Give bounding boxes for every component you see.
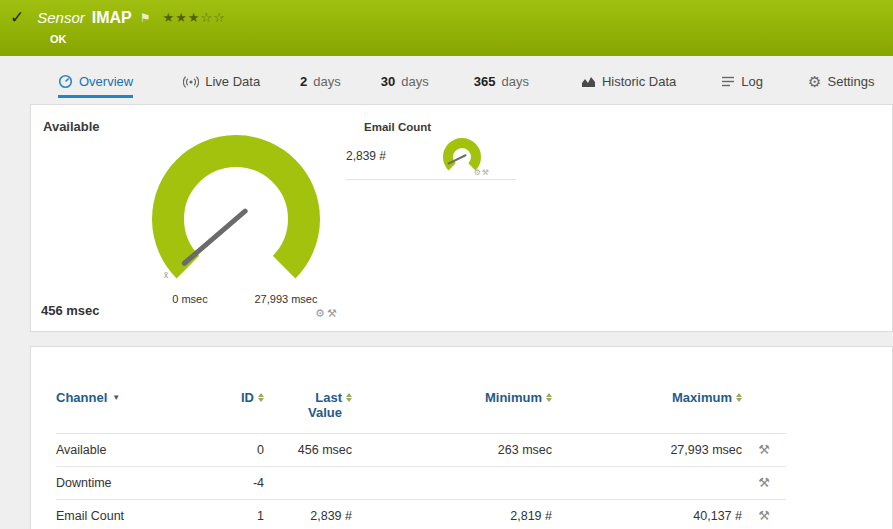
tab-log[interactable]: Log (721, 68, 763, 98)
sort-icon[interactable] (346, 393, 352, 402)
column-header-maximum[interactable]: Maximum (552, 387, 742, 433)
channel-last-value: 456 msec (264, 433, 352, 466)
priority-stars[interactable]: ★★★☆☆ (163, 10, 226, 25)
channel-id: 1 (216, 499, 264, 529)
status-ok-check-icon: ✓ (10, 7, 24, 28)
tab-30-days[interactable]: 30days (381, 68, 429, 98)
available-gauge: x̄ 0 msec 27,993 msec (126, 119, 346, 311)
channel-minimum: 263 msec (352, 433, 552, 466)
tab-365-days[interactable]: 365days (474, 68, 529, 98)
column-header-channel[interactable]: Channel▼ (56, 387, 216, 433)
table-row: Downtime -4 ⚒ (56, 466, 786, 499)
sort-icon[interactable] (546, 393, 552, 402)
gauge-min-label: 0 msec (172, 293, 208, 305)
channel-id: 0 (216, 433, 264, 466)
email-count-gauge-value: 2,839 # (346, 149, 386, 163)
channel-last-value: 2,839 # (264, 499, 352, 529)
tools-icon[interactable]: ⚒ (327, 307, 339, 319)
log-icon (721, 75, 735, 88)
tab-bar: Overview Live Data 2days 30days 365days … (58, 68, 893, 98)
edit-channel-icon[interactable]: ⚒ (758, 442, 770, 457)
column-header-minimum[interactable]: Minimum (352, 387, 552, 433)
sort-icon[interactable] (736, 393, 742, 402)
object-kind-label: Sensor (37, 9, 85, 26)
channel-maximum: 40,137 # (552, 499, 742, 529)
channel-name: Available (56, 433, 216, 466)
tab-2-days[interactable]: 2days (300, 68, 341, 98)
sort-icon[interactable] (258, 393, 264, 402)
gauge-needle (184, 207, 245, 268)
favorite-flag-icon[interactable]: ⚑ (140, 11, 151, 25)
tab-historic-data[interactable]: Historic Data (581, 68, 676, 98)
gauge-max-label: 27,993 msec (255, 293, 318, 305)
gauge-settings-icons[interactable]: ⚙⚒ (474, 168, 490, 177)
chart-icon (581, 75, 596, 88)
sensor-name: IMAP (92, 9, 132, 27)
tab-live-data[interactable]: Live Data (183, 68, 260, 98)
available-gauge-title: Available (43, 119, 100, 134)
channels-panel: Channel▼ ID Last Value Minimum Maximum (30, 346, 893, 529)
channel-table: Channel▼ ID Last Value Minimum Maximum (56, 387, 786, 529)
sensor-header: ✓ Sensor IMAP ⚑ ★★★☆☆ OK (0, 0, 893, 56)
channel-minimum: 2,819 # (352, 499, 552, 529)
channel-minimum (352, 466, 552, 499)
channel-id: -4 (216, 466, 264, 499)
channel-name: Downtime (56, 466, 216, 499)
sensor-status-badge: OK (50, 33, 883, 45)
table-header-row: Channel▼ ID Last Value Minimum Maximum (56, 387, 786, 433)
broadcast-icon (183, 75, 199, 89)
channel-maximum: 27,993 msec (552, 433, 742, 466)
tools-icon[interactable]: ⚒ (482, 168, 490, 177)
gauge-settings-icons[interactable]: ⚙⚒ (315, 307, 339, 320)
tab-overview[interactable]: Overview (58, 68, 133, 98)
email-count-gauge-block: Email Count 2,839 # ⚙⚒ (346, 121, 516, 180)
column-header-id[interactable]: ID (216, 387, 264, 433)
table-row: Available 0 456 msec 263 msec 27,993 mse… (56, 433, 786, 466)
channel-name: Email Count (56, 499, 216, 529)
available-gauge-value: 456 msec (41, 303, 100, 318)
edit-channel-icon[interactable]: ⚒ (758, 508, 770, 523)
gear-icon[interactable]: ⚙ (315, 307, 327, 319)
column-header-last-value[interactable]: Last Value (264, 387, 352, 433)
gear-icon: ⚙ (808, 73, 821, 91)
edit-channel-icon[interactable]: ⚒ (758, 475, 770, 490)
prtg-sensor-page: ✓ Sensor IMAP ⚑ ★★★☆☆ OK Overview Live D… (0, 0, 893, 529)
email-count-gauge-title: Email Count (346, 121, 516, 133)
channel-last-value (264, 466, 352, 499)
tab-settings[interactable]: ⚙ Settings (808, 68, 874, 98)
gear-icon[interactable]: ⚙ (474, 168, 482, 177)
gauges-panel: Available x̄ 0 msec 27,993 msec 456 msec… (30, 104, 893, 332)
table-row: Email Count 1 2,839 # 2,819 # 40,137 # ⚒ (56, 499, 786, 529)
gauge-icon (58, 74, 73, 89)
sorted-desc-icon[interactable]: ▼ (112, 393, 120, 402)
column-header-actions (742, 387, 786, 433)
gauge-average-marker: x̄ (164, 270, 169, 280)
channel-maximum (552, 466, 742, 499)
